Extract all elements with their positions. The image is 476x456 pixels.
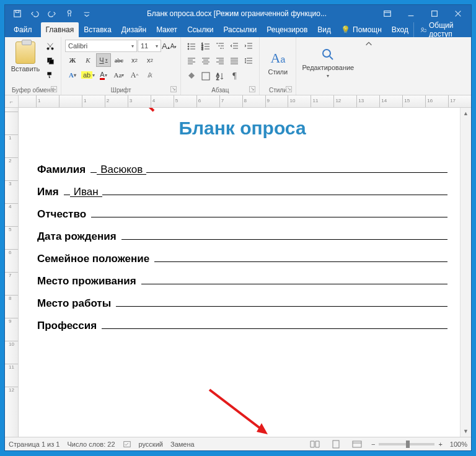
align-left-button[interactable] — [185, 55, 198, 68]
decrease-indent-button[interactable] — [227, 40, 241, 53]
status-page[interactable]: Страница 1 из 1 — [9, 441, 60, 448]
zoom-percent[interactable]: 100% — [450, 441, 467, 448]
status-spellcheck-icon[interactable] — [123, 440, 131, 449]
paragraph-group-label: Абзац — [211, 87, 229, 94]
tab-view[interactable]: Вид — [312, 22, 336, 37]
svg-rect-4 — [432, 11, 438, 17]
surname-label: Фамилия — [37, 164, 90, 176]
save-icon[interactable] — [11, 7, 24, 20]
font-size-value: 11 — [141, 42, 148, 50]
svg-rect-9 — [49, 59, 53, 64]
tab-review[interactable]: Рецензиров — [262, 22, 312, 37]
increase-indent-button[interactable] — [242, 40, 255, 53]
zoom-track[interactable] — [379, 443, 434, 445]
font-color-button[interactable]: A▾ — [96, 68, 111, 82]
dob-label: Дата рождения — [37, 230, 121, 243]
align-center-button[interactable] — [199, 55, 213, 68]
font-size-combo[interactable]: 11▾ — [138, 40, 161, 52]
web-layout-icon[interactable] — [350, 439, 364, 450]
vertical-ruler[interactable]: 123456789101112 — [5, 108, 19, 437]
maximize-button[interactable] — [424, 7, 445, 20]
status-track-changes[interactable]: Замена — [170, 441, 195, 448]
status-language[interactable]: русский — [139, 441, 163, 448]
superscript-button[interactable]: x2 — [143, 53, 157, 67]
horizontal-ruler[interactable]: 11234567891011121314151617 — [19, 95, 471, 107]
name-label: Имя — [37, 186, 64, 198]
cut-button[interactable] — [43, 40, 57, 53]
italic-button[interactable]: К — [81, 53, 95, 67]
tab-mailings[interactable]: Рассылки — [218, 22, 262, 37]
vertical-scrollbar[interactable]: ▲ ▼ — [460, 108, 471, 437]
subscript-button[interactable]: x2 — [127, 53, 142, 67]
print-layout-icon[interactable] — [329, 439, 343, 450]
share-button[interactable]: Общий доступ — [413, 22, 471, 37]
tab-layout[interactable]: Макет — [151, 22, 182, 37]
surname-value[interactable]: Васюков — [97, 164, 146, 175]
change-case-button[interactable]: Aa▾ — [112, 68, 126, 82]
svg-text:3: 3 — [201, 47, 203, 51]
page[interactable]: Бланк опроса Фамилия Васюков Имя Иван От… — [19, 108, 460, 437]
highlight-button[interactable]: ab▾ — [81, 68, 95, 82]
text-effects-button[interactable]: A▾ — [65, 68, 80, 82]
bold-button[interactable]: Ж — [65, 53, 80, 67]
minimize-button[interactable] — [400, 7, 421, 20]
clipboard-launcher[interactable]: ↘ — [51, 86, 57, 92]
touch-mode-icon[interactable] — [63, 7, 76, 20]
grow-font-alt[interactable]: A^ — [127, 68, 142, 82]
tab-file[interactable]: Файл — [5, 22, 41, 37]
tab-design[interactable]: Дизайн — [117, 22, 151, 37]
scroll-up-icon[interactable]: ▲ — [462, 109, 470, 118]
show-marks-button[interactable]: ¶ — [227, 69, 241, 83]
close-button[interactable] — [447, 7, 469, 20]
work-label: Место работы — [37, 297, 116, 310]
paste-button[interactable]: Вставить — [9, 40, 42, 74]
shading-button[interactable] — [185, 69, 198, 83]
clear-formatting-button[interactable]: A̷ — [143, 68, 157, 82]
svg-rect-0 — [14, 11, 21, 17]
svg-point-7 — [51, 48, 54, 50]
multilevel-list-button[interactable] — [213, 40, 227, 53]
underline-button[interactable]: Ч▾ — [96, 53, 111, 67]
font-launcher[interactable]: ↘ — [170, 86, 177, 92]
align-right-button[interactable] — [213, 55, 227, 68]
undo-icon[interactable] — [29, 7, 41, 20]
sort-button[interactable]: AZ — [213, 69, 227, 83]
zoom-slider[interactable]: − + — [371, 441, 443, 448]
styles-launcher[interactable]: ↘ — [286, 86, 292, 92]
tab-references[interactable]: Ссылки — [182, 22, 218, 37]
copy-button[interactable] — [43, 54, 57, 68]
format-painter-button[interactable] — [43, 68, 57, 82]
collapse-ribbon-button[interactable] — [359, 37, 378, 95]
shrink-font-button[interactable]: A▾ — [170, 43, 177, 50]
paragraph-launcher[interactable]: ↘ — [249, 86, 255, 92]
borders-button[interactable] — [199, 69, 213, 83]
ribbon-display-icon[interactable] — [377, 7, 398, 20]
paste-label: Вставить — [11, 65, 40, 72]
qat-customize-icon[interactable] — [81, 7, 93, 20]
styles-label: Стили — [268, 68, 288, 76]
scroll-down-icon[interactable]: ▼ — [462, 427, 470, 436]
styles-gallery-button[interactable]: Aa Стили — [263, 50, 292, 76]
bullets-button[interactable] — [185, 40, 198, 53]
tab-home[interactable]: Главная — [41, 22, 79, 37]
grow-font-button[interactable]: A▴ — [162, 42, 170, 51]
editing-dropdown[interactable]: Редактирование ▾ — [300, 47, 356, 79]
ruler-row: ⌐ 11234567891011121314151617 — [5, 95, 471, 108]
numbering-button[interactable]: 123 — [199, 40, 213, 53]
line-spacing-button[interactable] — [242, 55, 255, 68]
zoom-thumb[interactable] — [406, 441, 410, 448]
document-title: Бланк опроса — [37, 114, 447, 154]
redo-icon[interactable] — [46, 7, 58, 20]
read-mode-icon[interactable] — [308, 439, 322, 450]
name-value[interactable]: Иван — [70, 186, 102, 197]
status-word-count[interactable]: Число слов: 22 — [67, 441, 115, 448]
sign-in-link[interactable]: Вход — [387, 22, 413, 37]
field-work: Место работы — [37, 296, 447, 310]
tab-insert[interactable]: Вставка — [79, 22, 117, 37]
zoom-out-icon[interactable]: − — [371, 441, 375, 448]
strikethrough-button[interactable]: abc — [112, 53, 126, 67]
tell-me-help[interactable]: 💡Помощн — [336, 22, 387, 37]
justify-button[interactable] — [227, 55, 241, 68]
zoom-in-icon[interactable]: + — [438, 441, 442, 448]
font-name-combo[interactable]: Calibri▾ — [65, 40, 137, 52]
